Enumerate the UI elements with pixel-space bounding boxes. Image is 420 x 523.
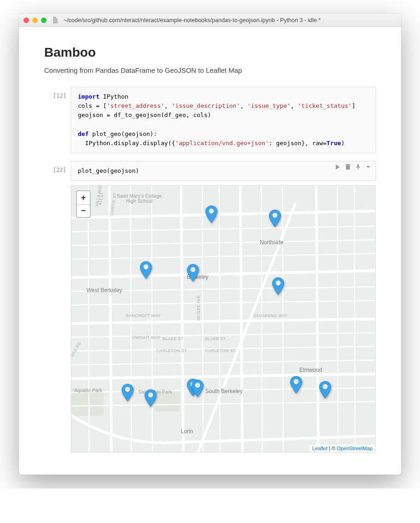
pin-cell-icon[interactable] — [355, 164, 361, 170]
svg-line-16 — [71, 360, 375, 365]
document-icon — [52, 17, 58, 24]
map-marker[interactable] — [272, 277, 284, 295]
maximize-window-button[interactable] — [41, 18, 47, 23]
svg-line-8 — [316, 186, 319, 452]
svg-line-24 — [262, 186, 262, 452]
cell-toolbar — [334, 164, 371, 170]
svg-line-15 — [71, 347, 375, 351]
run-cell-icon[interactable] — [334, 164, 341, 170]
svg-line-21 — [152, 186, 152, 452]
zoom-in-button[interactable]: + — [77, 191, 90, 204]
svg-line-19 — [88, 186, 89, 452]
map-marker[interactable] — [205, 206, 217, 223]
map-marker[interactable] — [122, 384, 134, 401]
svg-line-25 — [282, 186, 283, 452]
svg-line-2 — [71, 319, 375, 323]
app-window: ~/code/src/github.com/nteract/nteract/ex… — [19, 14, 401, 475]
svg-line-6 — [240, 186, 243, 452]
map-roads — [71, 186, 375, 452]
svg-line-27 — [354, 186, 355, 452]
map-marker[interactable] — [319, 381, 331, 399]
titlebar[interactable]: ~/code/src/github.com/nteract/nteract/ex… — [19, 14, 401, 27]
delete-cell-icon[interactable] — [344, 164, 351, 170]
code-cell-2: [22] plot_geo(geojson) — [44, 161, 376, 452]
execution-count: [22] — [44, 161, 66, 181]
code-editor[interactable]: import IPython cols = ['street_address',… — [71, 87, 376, 153]
map-attribution: Leaflet | © OpenStreetMap — [309, 445, 375, 452]
minimize-window-button[interactable] — [32, 18, 38, 23]
notebook-heading: Bamboo — [44, 45, 376, 60]
svg-line-22 — [202, 186, 203, 452]
map-marker[interactable] — [187, 264, 199, 282]
svg-line-26 — [338, 186, 338, 452]
map-marker[interactable] — [192, 380, 204, 397]
svg-line-12 — [71, 287, 375, 291]
execution-count: [12] — [44, 87, 66, 153]
svg-line-4 — [110, 186, 112, 452]
notebook-content: Bamboo Converting from Pandas DataFrame … — [19, 27, 401, 475]
svg-line-10 — [71, 240, 375, 246]
svg-line-1 — [71, 270, 375, 277]
svg-line-9 — [71, 226, 375, 232]
chevron-down-icon[interactable] — [365, 164, 371, 170]
svg-line-13 — [71, 300, 375, 305]
map-marker[interactable] — [140, 261, 152, 279]
svg-line-11 — [71, 253, 375, 259]
markdown-cell: Bamboo Converting from Pandas DataFrame … — [44, 45, 376, 74]
close-window-button[interactable] — [23, 18, 29, 23]
svg-line-3 — [71, 374, 375, 379]
notebook-subtitle: Converting from Pandas DataFrame to GeoJ… — [44, 66, 376, 74]
map-marker[interactable] — [290, 376, 302, 394]
leaflet-map[interactable]: + − Berkeley West Berkeley South Berkele… — [71, 185, 376, 452]
output-area: + − Berkeley West Berkeley South Berkele… — [71, 185, 376, 452]
svg-line-20 — [130, 186, 131, 452]
map-marker[interactable] — [145, 389, 157, 407]
window-controls — [23, 18, 47, 23]
code-cell-1: [12] import IPython cols = ['street_addr… — [44, 87, 376, 153]
svg-line-18 — [71, 401, 375, 406]
zoom-out-button[interactable]: − — [77, 204, 90, 217]
svg-line-14 — [71, 333, 375, 337]
map-marker[interactable] — [269, 210, 281, 227]
svg-line-0 — [71, 211, 375, 218]
svg-line-23 — [219, 186, 220, 452]
leaflet-link[interactable]: Leaflet — [312, 446, 327, 451]
window-title: ~/code/src/github.com/nteract/nteract/ex… — [64, 17, 321, 24]
zoom-control: + − — [76, 190, 91, 218]
osm-link[interactable]: OpenStreetMap — [337, 446, 373, 451]
code-editor[interactable]: plot_geo(geojson) — [71, 161, 376, 181]
svg-line-5 — [181, 186, 183, 452]
